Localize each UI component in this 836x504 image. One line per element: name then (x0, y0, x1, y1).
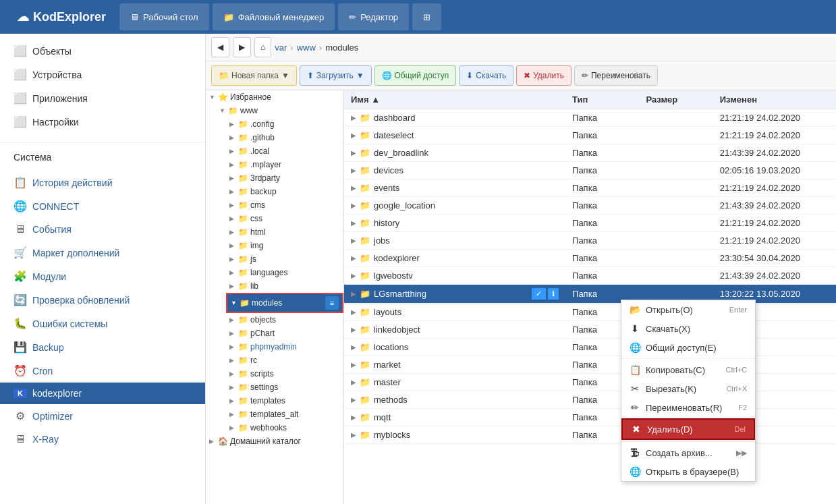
cm-download-item[interactable]: ⬇ Скачать(X) (621, 319, 755, 338)
download-button[interactable]: ⬇ Скачать (459, 65, 513, 86)
new-folder-button[interactable]: 📁 Новая папка ▼ (211, 65, 297, 86)
row-expand-arrow[interactable]: ▶ (351, 414, 356, 421)
row-expand-arrow[interactable]: ▶ (351, 326, 356, 333)
tree-modules[interactable]: ▼ 📁 modules ≡ (226, 293, 343, 313)
rename-button[interactable]: ✏ Переименовать (574, 65, 658, 86)
cm-archive-item[interactable]: 🗜 Создать архив... ▶ (621, 443, 755, 462)
row-expand-arrow[interactable]: ▶ (351, 396, 356, 403)
sidebar-item-updates[interactable]: 🔄 Проверка обновлений (0, 288, 205, 312)
cm-open-item[interactable]: 📂 Открыть(O) Enter (621, 300, 755, 319)
table-row[interactable]: ▶ 📁 jobs Папка 21:21:19 24.02.2020 (344, 232, 836, 250)
sidebar-item-settings[interactable]: ⬜ Настройки (0, 110, 205, 134)
row-expand-arrow[interactable]: ▶ (351, 361, 356, 368)
table-row[interactable]: ▶ 📁 master Папка (344, 374, 836, 391)
table-row[interactable]: ▶ 📁 locations Папка (344, 339, 836, 356)
table-row[interactable]: ▶ 📁 events Папка 21:21:19 24.02.2020 (344, 179, 836, 197)
grid-button[interactable]: ⊞ (412, 3, 441, 30)
path-var[interactable]: var (275, 43, 287, 53)
cm-browser-item[interactable]: 🌐 Открыть в браузере(B) (621, 462, 755, 481)
cm-cut-item[interactable]: ✂ Вырезать(K) Ctrl+X (621, 379, 755, 398)
tree-languages[interactable]: ▶ 📁 languages (226, 266, 343, 279)
row-expand-arrow[interactable]: ▶ (351, 272, 356, 279)
tree-html[interactable]: ▶ 📁 html (226, 225, 343, 239)
tree-webhooks[interactable]: ▶ 📁 webhooks (226, 421, 343, 435)
cm-delete-item[interactable]: ✖ Удалить(D) Del (621, 418, 755, 440)
tree-github[interactable]: ▶ 📁 .github (226, 131, 343, 144)
row-expand-arrow[interactable]: ▶ (351, 114, 356, 121)
forward-button[interactable]: ▶ (233, 37, 251, 57)
tree-css[interactable]: ▶ 📁 css (226, 212, 343, 225)
sidebar-item-xray[interactable]: 🖥 X-Ray (0, 428, 205, 451)
sidebar-item-devices[interactable]: ⬜ Устройства (0, 63, 205, 86)
row-expand-arrow[interactable]: ▶ (351, 343, 356, 351)
tree-mplayer[interactable]: ▶ 📁 .mplayer (226, 158, 343, 171)
cm-share-item[interactable]: 🌐 Общий доступ(E) (621, 338, 755, 357)
sidebar-item-backup[interactable]: 💾 Backup (0, 335, 205, 359)
home-button[interactable]: ⌂ (254, 37, 271, 57)
row-expand-arrow[interactable]: ▶ (351, 379, 356, 386)
row-expand-arrow[interactable]: ▶ (351, 237, 356, 244)
table-row[interactable]: ▶ 📁 mqtt Папка (344, 409, 836, 426)
sidebar-item-market[interactable]: 🛒 Маркет дополнений (0, 241, 205, 264)
row-expand-arrow[interactable]: ▶ (351, 308, 356, 316)
tree-backup[interactable]: ▶ 📁 backup (226, 185, 343, 198)
table-row[interactable]: ▶ 📁 lgwebostv Папка 21:43:39 24.02.2020 (344, 267, 836, 285)
cm-rename-item[interactable]: ✏ Переименовать(R) F2 (621, 398, 755, 417)
table-row[interactable]: ▶ 📁 methods Папка (344, 391, 836, 409)
upload-button[interactable]: ⬆ Загрузить ▼ (300, 65, 372, 86)
back-button[interactable]: ◀ (211, 37, 229, 57)
table-row[interactable]: ▶ 📁 history Папка 21:21:19 24.02.2020 (344, 215, 836, 232)
tree-home[interactable]: ▶ 🏠 Домашний каталог (206, 435, 343, 448)
table-row[interactable]: ▶ 📁 linkedobject Папка (344, 321, 836, 339)
tree-cms[interactable]: ▶ 📁 cms (226, 198, 343, 212)
table-row[interactable]: ▶ 📁 layouts Папка (344, 304, 836, 321)
tree-www[interactable]: ▼ 📁 www (216, 104, 343, 117)
sidebar-item-events[interactable]: 🖥 События (0, 218, 205, 241)
row-expand-arrow[interactable]: ▶ (351, 149, 356, 157)
tree-templates-alt[interactable]: ▶ 📁 templates_alt (226, 408, 343, 421)
row-expand-arrow[interactable]: ▶ (351, 132, 356, 139)
sidebar-item-kodexplorer[interactable]: K kodexplorer (0, 383, 205, 404)
tree-config[interactable]: ▶ 📁 .config (226, 117, 343, 131)
sidebar-item-cron[interactable]: ⏰ Cron (0, 359, 205, 383)
row-check-btn[interactable]: ✓ (532, 288, 546, 300)
table-row[interactable]: ▶ 📁 market Папка (344, 356, 836, 374)
row-expand-arrow[interactable]: ▶ (351, 202, 356, 209)
row-expand-arrow[interactable]: ▶ (351, 431, 356, 439)
tree-3rdparty[interactable]: ▶ 📁 3rdparty (226, 171, 343, 185)
table-row[interactable]: ▶ 📁 LGsmartthing ✓ℹ Папка 13:20:22 13.05… (344, 285, 836, 304)
tree-img[interactable]: ▶ 📁 img (226, 239, 343, 252)
sidebar-item-apps[interactable]: ⬜ Приложения (0, 86, 205, 110)
table-row[interactable]: ▶ 📁 dev_broadlink Папка 21:43:39 24.02.2… (344, 144, 836, 162)
tree-local[interactable]: ▶ 📁 .local (226, 144, 343, 158)
editor-button[interactable]: ✏ Редактор (338, 3, 409, 30)
table-row[interactable]: ▶ 📁 google_location Папка 21:43:39 24.02… (344, 197, 836, 215)
row-expand-arrow[interactable]: ▶ (351, 254, 356, 262)
tree-templates[interactable]: ▶ 📁 templates (226, 394, 343, 408)
path-www[interactable]: www (297, 43, 316, 53)
share-button[interactable]: 🌐 Общий доступ (374, 65, 457, 86)
row-info-btn[interactable]: ℹ (548, 288, 559, 300)
sidebar-item-optimizer[interactable]: ⚙ Optimizer (0, 404, 205, 428)
filemanager-button[interactable]: 📁 Файловый менеджер (213, 3, 335, 30)
table-row[interactable]: ▶ 📁 kodexplorer Папка 23:30:54 30.04.202… (344, 250, 836, 267)
row-expand-arrow[interactable]: ▶ (351, 219, 356, 227)
tree-pchart[interactable]: ▶ 📁 pChart (226, 327, 343, 340)
sidebar-item-history[interactable]: 📋 История действий (0, 171, 205, 194)
tree-modules-action1[interactable]: ≡ (325, 296, 339, 310)
tree-lib[interactable]: ▶ 📁 lib (226, 279, 343, 293)
tree-favorites[interactable]: ▼ ⭐ Избранное (206, 90, 343, 104)
desktop-button[interactable]: 🖥 Рабочий стол (119, 3, 209, 30)
tree-rc[interactable]: ▶ 📁 rc (226, 354, 343, 367)
row-expand-arrow[interactable]: ▶ (351, 290, 356, 298)
sidebar-item-modules[interactable]: 🧩 Модули (0, 264, 205, 288)
row-expand-arrow[interactable]: ▶ (351, 167, 356, 174)
tree-settings[interactable]: ▶ 📁 settings (226, 381, 343, 394)
sidebar-item-errors[interactable]: 🐛 Ошибки системы (0, 312, 205, 335)
sidebar-item-objects[interactable]: ⬜ Объекты (0, 39, 205, 63)
table-row[interactable]: ▶ 📁 myblocks Папка (344, 426, 836, 444)
tree-phpmyadmin[interactable]: ▶ 📁 phpmyadmin (226, 340, 343, 354)
table-row[interactable]: ▶ 📁 dateselect Папка 21:21:19 24.02.2020 (344, 127, 836, 144)
table-row[interactable]: ▶ 📁 devices Папка 02:05:16 19.03.2020 (344, 162, 836, 179)
tree-js[interactable]: ▶ 📁 js (226, 252, 343, 266)
